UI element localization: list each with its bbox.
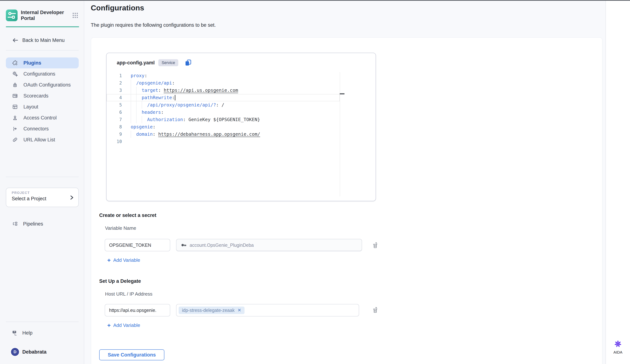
aida-flower-icon	[613, 339, 623, 349]
brand-header: Internal DeveloperPortal	[6, 9, 78, 21]
help-chat-icon: ?	[12, 330, 18, 336]
remove-tag-icon[interactable]: ✕	[238, 308, 241, 313]
right-rail: AIDA	[606, 1, 630, 364]
project-label: PROJECT	[12, 191, 74, 195]
gears-icon	[12, 71, 18, 77]
scorecard-icon	[12, 93, 18, 99]
user-name: Debabrata	[22, 349, 46, 355]
back-to-main-menu[interactable]: Back to Main Menu	[12, 37, 64, 43]
sidebar-item-layout[interactable]: Layout	[6, 101, 79, 112]
user-menu[interactable]: D Debabrata	[11, 348, 46, 356]
apps-grid-icon[interactable]	[72, 12, 78, 18]
code-line[interactable]: 8 opsgenie:	[106, 123, 376, 131]
person-icon	[12, 115, 18, 121]
add-variable-button[interactable]: + Add Variable	[107, 257, 140, 263]
project-selector[interactable]: PROJECT Select a Project	[6, 188, 79, 207]
code-line[interactable]: 6 headers:	[106, 109, 376, 116]
delegate-tags-field[interactable]: idp-stress-delegate-zeaak ✕	[176, 304, 359, 317]
project-value: Select a Project	[12, 196, 74, 202]
overview-ruler-cursor-mark	[340, 93, 344, 94]
lock-icon	[12, 82, 18, 88]
sidebar: Internal DeveloperPortal Back to Main Me…	[0, 1, 84, 364]
copy-icon[interactable]	[185, 59, 192, 66]
delegate-section-title: Set Up a Delegate	[99, 278, 141, 284]
sidebar-nav: Plugins Configurations OAuth Configurati…	[6, 57, 79, 145]
idp-logo-icon	[6, 9, 18, 21]
code-line[interactable]: 2 /opsgenie/api:	[106, 79, 376, 87]
code-line[interactable]: 1 proxy:	[106, 72, 376, 79]
sidebar-item-scorecards[interactable]: Scorecards	[6, 90, 79, 101]
puzzle-icon	[12, 60, 18, 66]
chevron-right-icon	[69, 195, 74, 200]
sidebar-item-url-allow-list[interactable]: URL Allow List	[6, 134, 79, 145]
arrow-left-icon	[12, 37, 19, 43]
sidebar-item-connectors[interactable]: Connectors	[6, 123, 79, 134]
variable-name-label: Variable Name	[105, 225, 136, 231]
host-url-label: Host URL / IP Address	[105, 291, 152, 297]
yaml-editor[interactable]: app-config.yaml Service 1 proxy: 2 /opsg…	[106, 53, 376, 201]
variable-name-input[interactable]	[105, 239, 170, 251]
divider	[6, 177, 79, 177]
delegate-tag-chip: idp-stress-delegate-zeaak ✕	[179, 307, 244, 314]
text-cursor	[175, 95, 175, 100]
layout-icon	[12, 104, 18, 110]
app-title: Internal DeveloperPortal	[21, 9, 66, 21]
delete-variable-icon[interactable]	[372, 242, 378, 249]
sidebar-item-configurations[interactable]: Configurations	[6, 68, 79, 79]
sidebar-item-access-control[interactable]: Access Control	[6, 112, 79, 123]
code-line[interactable]: 5 /api/proxy/opsgenie/api/?:/	[106, 101, 376, 109]
sidebar-item-plugins[interactable]: Plugins	[6, 57, 79, 68]
add-delegate-variable-button[interactable]: + Add Variable	[107, 322, 140, 328]
code-line[interactable]: 3 target:https://api.us.opsgenie.com	[106, 87, 376, 94]
page-subtitle: The plugin requires the following config…	[91, 22, 216, 28]
back-label: Back to Main Menu	[22, 37, 64, 43]
link-icon	[12, 137, 18, 143]
sidebar-item-oauth-configurations[interactable]: OAuth Configurations	[6, 79, 79, 90]
main-content: Configurations The plugin requires the f…	[84, 1, 606, 364]
service-badge: Service	[158, 59, 178, 66]
plus-icon: +	[107, 257, 111, 263]
code-line[interactable]: 9 domain:https://debaharness.app.opsgeni…	[106, 131, 376, 138]
app-root: Internal DeveloperPortal Back to Main Me…	[0, 0, 630, 364]
code-area[interactable]: 1 proxy: 2 /opsgenie/api: 3 target:https…	[106, 72, 376, 145]
code-line[interactable]: 10	[106, 138, 376, 145]
brand-accent-bar	[6, 26, 79, 27]
sidebar-item-pipelines[interactable]: Pipelines	[12, 219, 43, 229]
overview-ruler[interactable]	[340, 72, 340, 196]
code-line-active[interactable]: 4 pathRewrite:	[106, 94, 376, 101]
host-url-input[interactable]	[105, 304, 170, 317]
aida-button[interactable]: AIDA	[606, 339, 630, 355]
key-icon	[181, 242, 187, 248]
divider	[6, 322, 79, 322]
code-line[interactable]: 7 Authorization:GenieKey ${OPSGENIE_TOKE…	[106, 116, 376, 123]
secret-section-title: Create or select a secret	[99, 213, 156, 218]
secret-value: account.OpsGenie_PluginDeba	[190, 243, 254, 248]
secret-select[interactable]: account.OpsGenie_PluginDeba	[176, 239, 362, 251]
window-top-edge	[0, 0, 630, 1]
page-title: Configurations	[91, 4, 144, 12]
plus-icon: +	[107, 322, 111, 328]
configuration-card: app-config.yaml Service 1 proxy: 2 /opsg…	[91, 37, 602, 364]
svg-text:?: ?	[14, 331, 15, 333]
aida-label: AIDA	[613, 350, 622, 355]
avatar: D	[11, 348, 19, 356]
editor-filename: app-config.yaml	[117, 60, 155, 66]
help-button[interactable]: ? Help	[12, 328, 32, 338]
pipelines-icon	[12, 221, 18, 227]
save-configurations-button[interactable]: Save Configurations	[99, 349, 164, 360]
editor-header: app-config.yaml Service	[106, 53, 376, 66]
divider	[6, 50, 79, 50]
fork-arrows-icon	[12, 126, 18, 132]
delete-delegate-row-icon[interactable]	[372, 307, 378, 314]
